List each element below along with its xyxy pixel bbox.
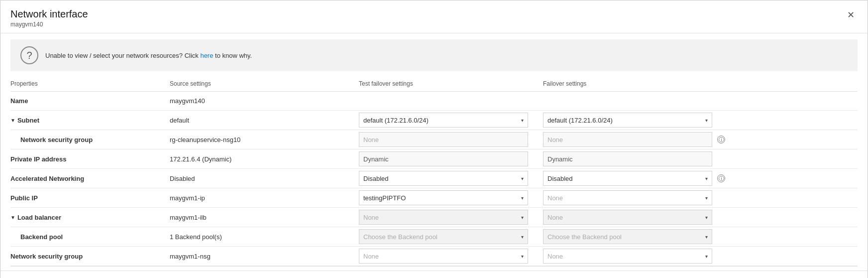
info-icon[interactable]: ⓘ [717,174,725,182]
prop-accel-net: Accelerated Networking [10,172,170,185]
banner-message-post: to know why. [213,52,252,59]
arrow-icon: ▼ [10,215,15,220]
test-load-balancer-dropdown[interactable]: None ▾ [359,210,528,225]
prop-nsg2: Network security group [10,250,170,263]
failover-load-balancer-value: None [547,214,563,221]
failover-load-balancer-dropdown[interactable]: None ▾ [543,210,712,225]
test-public-ip[interactable]: testingPIPTFO ▾ [359,188,543,207]
banner-text: Unable to view / select your network res… [45,52,252,59]
failover-subnet-value: default (172.21.6.0/24) [547,117,613,124]
footer-divider [10,266,858,267]
properties-table: Properties Source settings Test failover… [0,77,868,266]
chevron-down-icon: ▾ [705,234,708,240]
chevron-down-icon: ▾ [705,254,708,259]
source-accel-net: Disabled [170,172,359,185]
prop-private-ip: Private IP address [10,152,170,166]
dialog-subtitle: maygvm140 [10,21,88,28]
test-nsg-subnet: None [359,130,543,149]
row-load-balancer: ▼ Load balancer maygvm1-ilb None ▾ None … [10,208,858,227]
info-icon[interactable]: ⓘ [717,136,725,143]
failover-nsg2-value: None [547,253,563,260]
chevron-down-icon: ▾ [521,118,524,123]
header-properties: Properties [10,80,170,87]
failover-public-ip-dropdown[interactable]: None ▾ [543,190,712,205]
test-nsg2-dropdown[interactable]: None ▾ [359,249,528,264]
row-nsg2: Network security group maygvm1-nsg None … [10,247,858,266]
failover-nsg-subnet: None ⓘ [543,130,858,149]
source-load-balancer: maygvm1-ilb [170,211,359,224]
prop-load-balancer: ▼ Load balancer [10,211,170,224]
row-private-ip: Private IP address 172.21.6.4 (Dynamic) … [10,149,858,169]
dialog-footer: OK [0,271,868,278]
failover-backend-pool[interactable]: Choose the Backend pool ▾ [543,227,858,246]
test-accel-net-dropdown[interactable]: Disabled ▾ [359,171,528,186]
chevron-down-icon: ▾ [521,176,524,181]
failover-accel-net-dropdown[interactable]: Disabled ▾ [543,171,712,186]
table-header-row: Properties Source settings Test failover… [10,77,858,92]
prop-subnet: ▼ Subnet [10,114,170,127]
test-private-ip: Dynamic [359,149,543,168]
source-public-ip: maygvm1-ip [170,191,359,205]
failover-private-ip: Dynamic [543,149,858,168]
failover-accel-net[interactable]: Disabled ▾ ⓘ [543,169,858,188]
test-load-balancer-value: None [363,214,379,221]
source-name: maygvm140 [170,94,359,108]
failover-backend-pool-dropdown[interactable]: Choose the Backend pool ▾ [543,229,712,244]
row-backend-pool: Backend pool 1 Backend pool(s) Choose th… [10,227,858,247]
question-mark-icon: ? [20,46,38,64]
failover-nsg2-dropdown[interactable]: None ▾ [543,249,712,264]
source-subnet: default [170,114,359,127]
failover-load-balancer[interactable]: None ▾ [543,208,858,227]
source-nsg-subnet: rg-cleanupservice-nsg10 [170,133,359,146]
row-subnet: ▼ Subnet default default (172.21.6.0/24)… [10,111,858,130]
failover-subnet-dropdown[interactable]: default (172.21.6.0/24) ▾ [543,113,712,128]
failover-accel-net-value: Disabled [547,175,573,182]
failover-public-ip-value: None [547,194,563,202]
row-nsg-subnet: Network security group rg-cleanupservice… [10,130,858,149]
test-nsg2[interactable]: None ▾ [359,247,543,266]
test-name [359,99,543,103]
chevron-down-icon: ▾ [705,215,708,220]
banner-message-pre: Unable to view / select your network res… [45,52,200,59]
arrow-icon: ▼ [10,118,15,123]
test-accel-net[interactable]: Disabled ▾ [359,169,543,188]
network-interface-dialog: Network interface maygvm140 ✕ ? Unable t… [0,0,868,278]
row-accel-net: Accelerated Networking Disabled Disabled… [10,169,858,188]
failover-public-ip[interactable]: None ▾ [543,188,858,207]
source-nsg2: maygvm1-nsg [170,250,359,263]
chevron-down-icon: ▾ [521,234,524,240]
prop-name: Name [10,94,170,108]
test-nsg2-value: None [363,253,379,260]
failover-nsg2[interactable]: None ▾ [543,247,858,266]
source-backend-pool: 1 Backend pool(s) [170,230,359,244]
chevron-down-icon: ▾ [521,215,524,220]
header-test-failover: Test failover settings [359,80,543,87]
test-accel-net-value: Disabled [363,175,389,182]
chevron-down-icon: ▾ [705,118,708,123]
chevron-down-icon: ▾ [705,176,708,181]
test-nsg-subnet-value: None [359,132,528,147]
failover-backend-pool-value: Choose the Backend pool [547,233,622,241]
test-private-ip-value: Dynamic [359,151,528,166]
failover-private-ip-value: Dynamic [543,151,712,166]
dialog-header: Network interface maygvm140 ✕ [0,0,868,33]
chevron-down-icon: ▾ [521,254,524,259]
test-backend-pool-dropdown[interactable]: Choose the Backend pool ▾ [359,229,528,244]
failover-subnet[interactable]: default (172.21.6.0/24) ▾ [543,111,858,130]
header-source: Source settings [170,80,359,87]
test-backend-pool[interactable]: Choose the Backend pool ▾ [359,227,543,246]
test-backend-pool-value: Choose the Backend pool [363,233,437,241]
banner-link[interactable]: here [200,52,213,59]
test-public-ip-dropdown[interactable]: testingPIPTFO ▾ [359,190,528,205]
prop-nsg-subnet: Network security group [10,133,170,146]
test-subnet[interactable]: default (172.21.6.0/24) ▾ [359,111,543,130]
test-load-balancer[interactable]: None ▾ [359,208,543,227]
prop-backend-pool: Backend pool [10,230,170,244]
source-private-ip: 172.21.6.4 (Dynamic) [170,152,359,166]
test-subnet-dropdown[interactable]: default (172.21.6.0/24) ▾ [359,113,528,128]
test-subnet-value: default (172.21.6.0/24) [363,117,429,124]
header-failover: Failover settings [543,80,858,87]
close-button[interactable]: ✕ [844,8,858,21]
title-group: Network interface maygvm140 [10,8,88,28]
row-public-ip: Public IP maygvm1-ip testingPIPTFO ▾ Non… [10,188,858,208]
